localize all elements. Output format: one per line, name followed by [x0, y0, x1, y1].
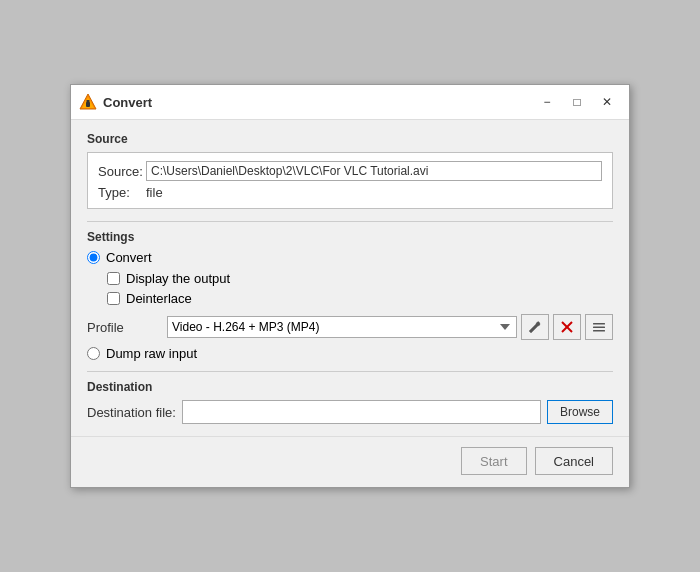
- cancel-button[interactable]: Cancel: [535, 447, 613, 475]
- source-path-input[interactable]: [146, 161, 602, 181]
- source-box: Source: Type: file: [87, 152, 613, 209]
- delete-icon: [561, 321, 573, 333]
- deinterlace-label[interactable]: Deinterlace: [126, 291, 192, 306]
- display-output-label[interactable]: Display the output: [126, 271, 230, 286]
- display-output-row: Display the output: [107, 271, 613, 286]
- minimize-button[interactable]: −: [533, 91, 561, 113]
- divider-1: [87, 221, 613, 222]
- maximize-button[interactable]: □: [563, 91, 591, 113]
- profile-row: Profile Video - H.264 + MP3 (MP4) Video …: [87, 314, 613, 340]
- close-button[interactable]: ✕: [593, 91, 621, 113]
- destination-section-label: Destination: [87, 380, 613, 394]
- profile-label: Profile: [87, 320, 167, 335]
- profile-wrench-button[interactable]: [521, 314, 549, 340]
- settings-section: Settings Convert Display the output Dein…: [87, 230, 613, 361]
- divider-2: [87, 371, 613, 372]
- wrench-icon: [528, 320, 542, 334]
- dump-raw-row: Dump raw input: [87, 346, 613, 361]
- browse-button[interactable]: Browse: [547, 400, 613, 424]
- svg-rect-8: [593, 330, 605, 332]
- svg-rect-6: [593, 323, 605, 325]
- window-title: Convert: [103, 95, 533, 110]
- source-type-row: Type: file: [98, 185, 602, 200]
- dest-file-label: Destination file:: [87, 405, 182, 420]
- bottom-bar: Start Cancel: [71, 436, 629, 487]
- settings-section-label: Settings: [87, 230, 613, 244]
- deinterlace-row: Deinterlace: [107, 291, 613, 306]
- convert-radio-row: Convert: [87, 250, 613, 265]
- type-key-label: Type:: [98, 185, 146, 200]
- deinterlace-checkbox[interactable]: [107, 292, 120, 305]
- window-content: Source Source: Type: file Settings Conve…: [71, 120, 629, 436]
- convert-radio[interactable]: [87, 251, 100, 264]
- svg-rect-3: [87, 100, 90, 103]
- source-section: Source Source: Type: file: [87, 132, 613, 209]
- dest-file-row: Destination file: Browse: [87, 400, 613, 424]
- start-button[interactable]: Start: [461, 447, 526, 475]
- svg-rect-7: [593, 327, 605, 329]
- edit-icon: [592, 320, 606, 334]
- convert-window: Convert − □ ✕ Source Source: Type: file: [70, 84, 630, 488]
- profile-delete-button[interactable]: [553, 314, 581, 340]
- profile-edit-button[interactable]: [585, 314, 613, 340]
- display-output-checkbox[interactable]: [107, 272, 120, 285]
- source-key-label: Source:: [98, 164, 146, 179]
- title-bar: Convert − □ ✕: [71, 85, 629, 120]
- vlc-icon: [79, 93, 97, 111]
- title-bar-buttons: − □ ✕: [533, 91, 621, 113]
- type-value: file: [146, 185, 602, 200]
- destination-file-input[interactable]: [182, 400, 541, 424]
- convert-radio-label[interactable]: Convert: [106, 250, 152, 265]
- source-section-label: Source: [87, 132, 613, 146]
- dump-raw-label[interactable]: Dump raw input: [106, 346, 197, 361]
- destination-section: Destination Destination file: Browse: [87, 380, 613, 424]
- source-path-row: Source:: [98, 161, 602, 181]
- profile-select[interactable]: Video - H.264 + MP3 (MP4) Video - H.265 …: [167, 316, 517, 338]
- dump-raw-radio[interactable]: [87, 347, 100, 360]
